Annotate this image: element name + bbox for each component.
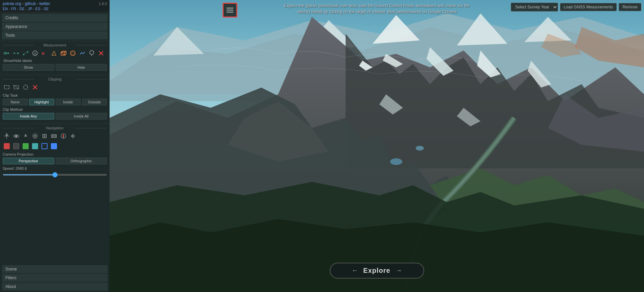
remove-clip-tool[interactable] <box>31 83 39 91</box>
inside-any-button[interactable]: Inside Any <box>3 113 54 120</box>
circle-tool[interactable]: N <box>31 49 39 57</box>
svg-point-18 <box>70 52 75 54</box>
sidebar: potree.org - github - twitter 1.8.0 EN -… <box>0 0 110 292</box>
about-button[interactable]: About <box>2 283 108 291</box>
clip-inside-button[interactable]: Inside <box>56 99 81 105</box>
red-swatch[interactable] <box>3 142 11 150</box>
clip-screen-tool[interactable] <box>12 83 20 91</box>
viewport: Explore the glacier pointclouds over tim… <box>110 0 644 292</box>
blue-swatch[interactable] <box>50 142 58 150</box>
show-hide-label: Show/Hide labels <box>3 59 107 63</box>
show-button[interactable]: Show <box>3 64 54 71</box>
svg-text:N: N <box>34 52 36 55</box>
full-extent-tool[interactable] <box>31 132 39 140</box>
svg-point-36 <box>44 135 45 137</box>
credits-button[interactable]: Credits <box>2 14 108 22</box>
azimuth-tool[interactable]: N <box>40 49 49 57</box>
height-tool[interactable] <box>22 49 30 57</box>
clip-outside-button[interactable]: Outside <box>82 99 107 105</box>
measurement-title: Measurement <box>3 43 107 47</box>
point-tool[interactable] <box>3 49 11 57</box>
mountain-svg <box>110 0 644 292</box>
camera-buttons: Perspective Orthographic <box>3 158 107 164</box>
look-up-tool[interactable] <box>69 132 77 140</box>
inside-all-button[interactable]: Inside All <box>56 113 107 120</box>
svg-point-1 <box>6 53 7 54</box>
svg-point-17 <box>70 51 75 56</box>
remove-measurement-tool[interactable] <box>97 49 105 57</box>
load-gnss-button[interactable]: Load GNSS Measurements <box>560 3 617 11</box>
svg-line-8 <box>24 52 28 55</box>
appearance-button[interactable]: Appearance <box>2 23 108 31</box>
explore-right-arrow: → <box>396 267 402 274</box>
svg-point-43 <box>72 135 74 137</box>
svg-text:N: N <box>42 52 45 56</box>
clip-polygon-tool[interactable] <box>22 83 30 91</box>
green-swatch[interactable] <box>22 142 30 150</box>
dark-swatch[interactable] <box>12 142 20 150</box>
site-title: potree.org - github - twitter <box>3 1 50 6</box>
navigation-title: Navigation <box>3 126 107 130</box>
height-profile-tool[interactable] <box>78 49 86 57</box>
annotation-tool[interactable] <box>88 49 96 57</box>
lang-de[interactable]: DE <box>20 7 25 11</box>
svg-marker-26 <box>23 85 28 89</box>
svg-point-19 <box>90 51 94 55</box>
volume-box-tool[interactable] <box>59 49 67 57</box>
area-tool[interactable] <box>50 49 58 57</box>
speed-slider[interactable] <box>3 174 107 175</box>
svg-marker-68 <box>110 219 644 292</box>
scene-button[interactable]: Scene <box>2 265 108 273</box>
menu-toggle-button[interactable] <box>223 3 237 18</box>
svg-point-71 <box>390 158 402 165</box>
blue-box-swatch[interactable] <box>40 142 49 150</box>
mountain-background <box>110 0 644 292</box>
navigation-section: Navigation <box>0 124 110 179</box>
show-hide-buttons: Show Hide <box>3 64 107 71</box>
speed-label: Speed: 2980.6 <box>3 166 107 170</box>
nav-buttons: Credits Appearance Tools <box>0 12 110 41</box>
lang-es[interactable]: ES <box>35 7 40 11</box>
svg-point-0 <box>4 52 6 54</box>
lang-jp[interactable]: JP <box>28 7 32 11</box>
earth-nav-tool[interactable] <box>3 132 11 140</box>
potree-link[interactable]: potree.org <box>3 1 21 6</box>
orthographic-button[interactable]: Orthographic <box>56 158 107 164</box>
top-right-controls: Select Survey Year Load GNSS Measurement… <box>511 3 641 11</box>
hide-button[interactable]: Hide <box>56 64 107 71</box>
vr-tool[interactable] <box>50 132 58 140</box>
clip-box-tool[interactable] <box>3 83 11 91</box>
svg-marker-12 <box>52 51 56 55</box>
lang-en[interactable]: EN <box>3 7 8 11</box>
svg-point-38 <box>52 135 54 137</box>
tools-button[interactable]: Tools <box>2 31 108 39</box>
orbit-tool[interactable] <box>12 132 20 140</box>
volume-sphere-tool[interactable] <box>69 49 77 57</box>
svg-point-2 <box>8 53 9 54</box>
explore-button[interactable]: ← Explore → <box>330 263 424 279</box>
clip-none-button[interactable]: None <box>3 99 28 105</box>
version-label: 1.8.0 <box>99 2 107 6</box>
compass-tool[interactable] <box>59 132 67 140</box>
distance-tool[interactable] <box>12 49 20 57</box>
clipping-tools <box>3 83 107 91</box>
github-link[interactable]: github <box>25 1 36 6</box>
clip-method-buttons: Inside Any Inside All <box>3 113 107 120</box>
remove-button[interactable]: Remove <box>619 3 641 11</box>
survey-year-select[interactable]: Select Survey Year <box>511 3 558 11</box>
svg-point-72 <box>416 146 424 151</box>
svg-point-31 <box>15 135 17 137</box>
lang-fr[interactable]: FR <box>11 7 16 11</box>
camera-label: Camera Projection <box>3 152 107 156</box>
clip-highlight-button[interactable]: Highlight <box>29 99 54 105</box>
lang-se[interactable]: SE <box>44 7 49 11</box>
fly-tool[interactable] <box>22 132 30 140</box>
clipping-section: Clipping Clip Task <box>0 75 110 124</box>
svg-point-39 <box>54 135 56 137</box>
svg-rect-23 <box>4 86 9 89</box>
focus-tool[interactable] <box>40 132 49 140</box>
filters-button[interactable]: Filters <box>2 274 108 282</box>
teal-swatch[interactable] <box>31 142 39 150</box>
perspective-button[interactable]: Perspective <box>3 158 54 164</box>
twitter-link[interactable]: twitter <box>39 1 50 6</box>
